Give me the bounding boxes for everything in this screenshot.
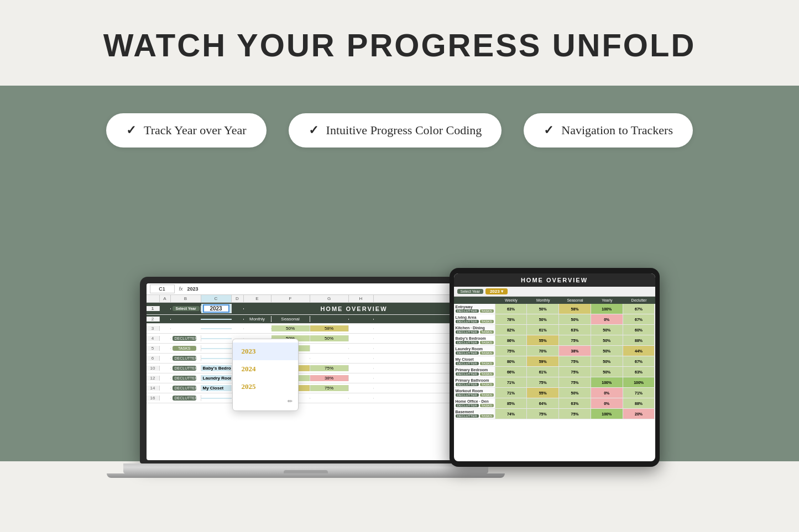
tablet-spreadsheet: HOME OVERVIEW Select Year 2023 ▾ Weekly … [454,273,655,461]
tablet-yearly-primary-bathroom: 100% [591,377,623,387]
tablet-tasks-living[interactable]: TASKS [480,320,494,323]
tablet-row-baby: Baby's Bedroom DECLUTTER TASKS 86% 55% 7… [454,335,655,346]
tablet-row-kitchen: Kitchen · Dining DECLUTTER TASKS 82% 61%… [454,325,655,335]
tablet-tasks-closet[interactable]: TASKS [480,362,494,365]
spreadsheet-row-closet: 14 DECLUTTER My Closet 80% 59% 75% [147,383,465,393]
tablet-row-primary-bathroom: Primary Bathroom DECLUTTER TASKS 71% 75%… [454,377,655,388]
banner-section: ✓ Track Year over Year ✓ Intuitive Progr… [0,86,799,461]
declutter-btn-12[interactable]: DECLUTTER [173,376,196,381]
tablet-yearly-primary-bedroom: 50% [591,367,623,377]
cell-16a [160,398,171,399]
room-name-primary-bathroom: Primary Bathroom [456,378,493,382]
declutter-btn-4[interactable]: DECLUTTER [173,336,196,341]
tablet-outer: HOME OVERVIEW Select Year 2023 ▾ Weekly … [450,268,660,467]
tablet-declutter-laundry[interactable]: DECLUTTER [456,351,479,355]
cell-5h [349,348,374,349]
tablet-declutter-pct-entryway: 67% [623,304,655,314]
cell-4b: DECLUTTER [171,335,201,341]
cell-10a [160,368,171,369]
tablet-room-workout: Workout Room DECLUTTER TASKS [454,388,495,398]
declutter-btn-6[interactable]: DECLUTTER [173,356,196,361]
tablet-declutter-office[interactable]: DECLUTTER [456,404,479,407]
cell-6a [160,358,171,359]
cell-10b: DECLUTTER [171,365,201,371]
tablet-declutter-closet[interactable]: DECLUTTER [456,362,479,365]
tablet-room-living: Living Area DECLUTTER TASKS [454,314,495,324]
tablet-declutter-entryway[interactable]: DECLUTTER [456,309,479,313]
tablet-yearly-living: 0% [591,314,623,324]
cell-3d [232,328,244,329]
tablet-declutter-workout[interactable]: DECLUTTER [456,393,479,397]
declutter-btn-14[interactable]: DECLUTTER [173,386,196,391]
tablet-yearly-workout: 0% [591,388,623,398]
tablet-yearly-closet: 50% [591,356,623,366]
tablet-weekly-basement: 74% [495,409,528,419]
row-num-10: 10 [147,366,160,371]
cell-5g [310,348,349,349]
col-header-g: G [310,295,349,302]
feature-label-2: Intuitive Progress Color Coding [326,123,482,138]
tablet-declutter-primary-bathroom[interactable]: DECLUTTER [456,383,479,386]
tablet-year-value[interactable]: 2023 ▾ [485,288,508,294]
tablet-monthly-closet: 59% [527,356,559,366]
year-input[interactable]: 2023 [203,304,229,313]
cell-1c[interactable]: 2023 [201,304,232,313]
spreadsheet-row-laundry: 12 DECLUTTER Laundry Room 73% 70% 38% [147,373,465,383]
tablet-room-kitchen: Kitchen · Dining DECLUTTER TASKS [454,325,495,335]
tablet-tasks-kitchen[interactable]: TASKS [480,330,494,334]
select-year-btn[interactable]: Select Year [173,306,200,311]
tablet-row-basement: Basement DECLUTTER TASKS 74% 75% 75% 100… [454,409,655,419]
tablet-declutter-kitchen[interactable]: DECLUTTER [456,330,479,334]
cell-14h [349,388,374,389]
tablet-declutter-pct-laundry: 44% [623,346,655,356]
tablet-seasonal-kitchen: 63% [559,325,591,335]
tablet-seasonal-living: 50% [559,314,591,324]
tablet-tasks-baby[interactable]: TASKS [480,341,494,344]
tablet-weekly-workout: 71% [495,388,528,398]
dropdown-item-2023[interactable]: 2023 [233,343,298,360]
tablet-tasks-primary-bathroom[interactable]: TASKS [480,383,494,386]
cell-1b: Select Year [171,305,201,312]
row-num-1: 1 [147,306,160,311]
tablet-mockup: HOME OVERVIEW Select Year 2023 ▾ Weekly … [450,268,660,467]
room-name-primary-bedroom: Primary Bedroom [456,368,493,372]
dropdown-item-2025[interactable]: 2025 [233,378,298,396]
cell-3g: 58% [310,325,349,331]
tablet-tasks-workout[interactable]: TASKS [480,393,494,397]
tablet-monthly-kitchen: 61% [527,325,559,335]
spreadsheet-row-3: 3 50% 58% [147,324,465,334]
declutter-btn-10[interactable]: DECLUTTER [173,366,196,371]
spreadsheet-row-5: 5 TASKS 61% 63% [147,344,465,354]
cell-reference: C1 [150,285,175,293]
tablet-select-year-btn[interactable]: Select Year [457,289,483,294]
tablet-col-yearly: Yearly [591,297,623,304]
tablet-row-laundry: Laundry Room DECLUTTER TASKS 75% 70% 38%… [454,346,655,356]
declutter-btn-16[interactable]: DECLUTTER [173,396,196,401]
dropdown-item-2024[interactable]: 2024 [233,360,298,378]
laptop-mockup: C1 fx 2023 A B C D E F [140,277,472,478]
bottom-section: Visualize your achievements on the scree… [0,505,799,532]
tablet-declutter-primary-bedroom[interactable]: DECLUTTER [456,372,479,376]
row-num-6: 6 [147,356,160,361]
tablet-seasonal-closet: 75% [559,356,591,366]
formula-value: 2023 [187,286,199,292]
cell-5b: TASKS [171,345,201,351]
tasks-btn-5[interactable]: TASKS [173,346,196,351]
laptop-spreadsheet: C1 fx 2023 A B C D E F [147,283,465,460]
cell-16c [201,398,232,399]
cell-5a [160,348,171,349]
top-section: WATCH YOUR PROGRESS UNFOLD [0,0,799,86]
tablet-declutter-living[interactable]: DECLUTTER [456,320,479,323]
tablet-tasks-primary-bedroom[interactable]: TASKS [480,372,494,376]
col-header-rownum [147,295,160,302]
tablet-tasks-office[interactable]: TASKS [480,404,494,407]
tablet-tasks-entryway[interactable]: TASKS [480,309,494,313]
tablet-tasks-laundry[interactable]: TASKS [480,351,494,355]
tablet-declutter-baby[interactable]: DECLUTTER [456,341,479,344]
tablet-declutter-basement[interactable]: DECLUTTER [456,414,479,418]
tablet-tasks-basement[interactable]: TASKS [480,414,494,418]
tablet-room-office: Home Office · Den DECLUTTER TASKS [454,398,495,408]
year-dropdown[interactable]: 2023 2024 2025 ✏ [232,339,299,411]
tablet-seasonal-workout: 50% [559,388,591,398]
cell-12b: DECLUTTER [171,375,201,381]
